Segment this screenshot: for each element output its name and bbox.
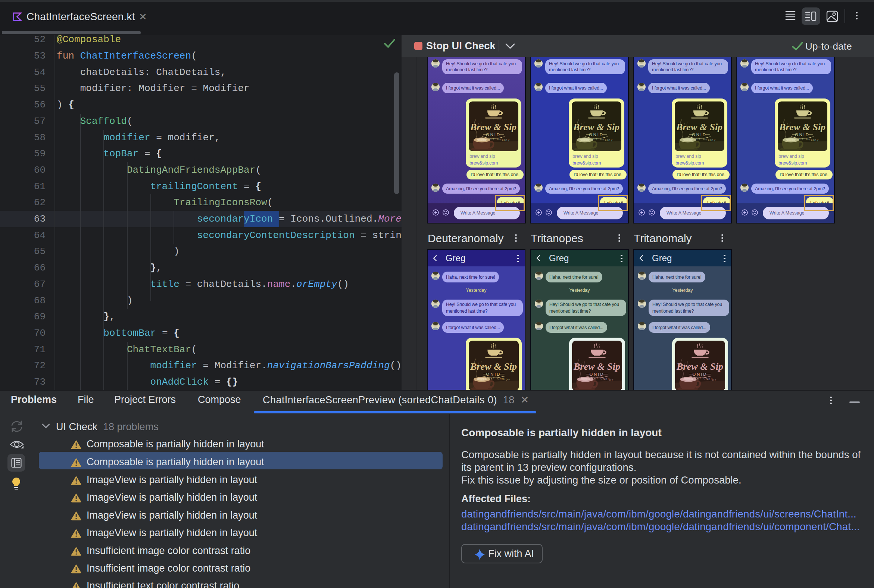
svg-text:ONID: ONID — [486, 132, 501, 137]
svg-text:Brew & Sip: Brew & Sip — [573, 361, 620, 372]
svg-text:Brew & Sip: Brew & Sip — [470, 361, 517, 372]
svg-text:ONID: ONID — [486, 372, 501, 376]
svg-text:Brew & Sip: Brew & Sip — [676, 361, 723, 372]
svg-text:ONID: ONID — [590, 372, 605, 376]
svg-text:ONID: ONID — [589, 132, 604, 137]
svg-text:ONID: ONID — [692, 372, 707, 376]
svg-text:Brew & Sip: Brew & Sip — [573, 122, 619, 132]
svg-text:ONID: ONID — [795, 132, 810, 137]
svg-text:Brew & Sip: Brew & Sip — [676, 122, 722, 132]
svg-text:Brew & Sip: Brew & Sip — [779, 122, 826, 132]
svg-text:Brew & Sip: Brew & Sip — [470, 122, 517, 132]
svg-text:ONID: ONID — [692, 132, 707, 137]
